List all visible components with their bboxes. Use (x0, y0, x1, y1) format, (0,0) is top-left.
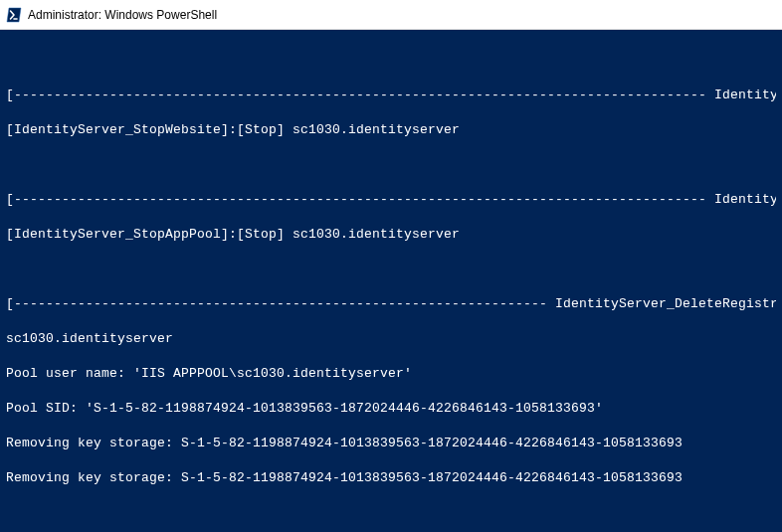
output-line: Removing key storage: S-1-5-82-119887492… (6, 469, 776, 487)
output-line: [IdentityServer_StopAppPool]:[Stop] sc10… (6, 226, 776, 244)
title-bar: Administrator: Windows PowerShell (0, 0, 782, 30)
output-line: [---------------------------------------… (6, 191, 776, 209)
output-line: Removing key storage: S-1-5-82-119887492… (6, 435, 776, 452)
window-title: Administrator: Windows PowerShell (28, 8, 217, 22)
output-line (6, 504, 776, 522)
output-line: Pool user name: 'IIS APPPOOL\sc1030.iden… (6, 365, 776, 383)
powershell-icon (6, 7, 22, 23)
output-line (6, 52, 776, 70)
output-line: Pool SID: 'S-1-5-82-1198874924-101383956… (6, 400, 776, 418)
output-line (6, 156, 776, 174)
output-line: sc1030.identityserver (6, 330, 776, 348)
output-line: [---------------------------------------… (6, 87, 776, 104)
terminal-output[interactable]: [---------------------------------------… (0, 30, 782, 532)
output-line: [---------------------------------------… (6, 295, 776, 313)
output-line: [IdentityServer_StopWebsite]:[Stop] sc10… (6, 121, 776, 139)
output-line (6, 261, 776, 278)
